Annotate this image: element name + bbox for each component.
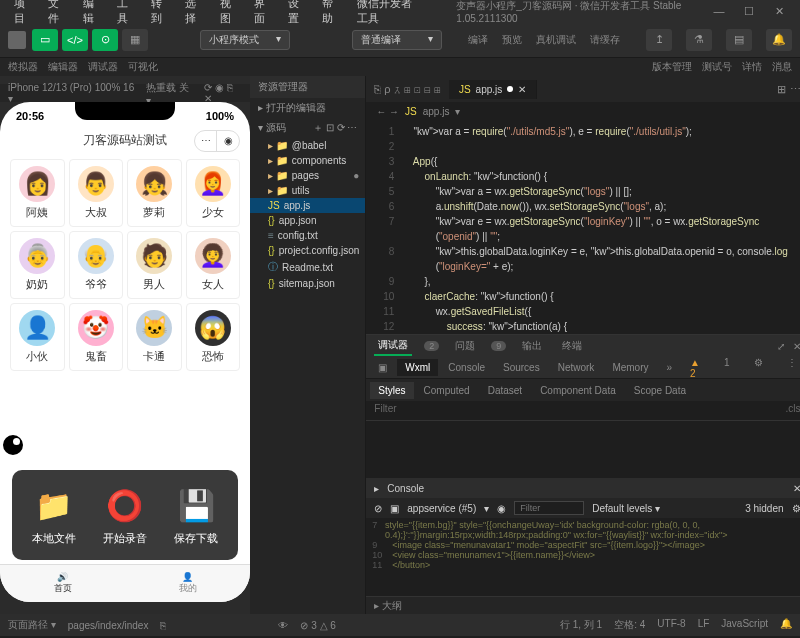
sim-icons[interactable]: ⟳ ◉ ⎘ ✕	[204, 82, 242, 104]
menu-item[interactable]: 转到	[143, 0, 177, 29]
menu-item[interactable]: 项目	[6, 0, 40, 29]
console-levels[interactable]: Default levels ▾	[592, 503, 660, 514]
visual-button[interactable]: ▦	[122, 29, 148, 51]
menu-item[interactable]: 设置	[280, 0, 314, 29]
voice-cell[interactable]: 👵奶奶	[10, 231, 65, 299]
console-filter[interactable]	[514, 501, 584, 515]
tab-scopedata[interactable]: Scope Data	[626, 382, 694, 399]
tab-sources[interactable]: Sources	[495, 359, 548, 376]
menu-item[interactable]: 视图	[212, 0, 246, 29]
close-button[interactable]: ✕	[764, 2, 794, 21]
file-item[interactable]: ≡ config.txt	[250, 228, 365, 243]
tab-computed[interactable]: Computed	[416, 382, 478, 399]
outline[interactable]: ▸ 大纲	[366, 596, 800, 614]
eye-icon[interactable]: 👁	[278, 620, 288, 631]
clear-icon[interactable]: ⊘	[374, 503, 382, 514]
open-editors[interactable]: ▸ 打开的编辑器	[250, 98, 365, 118]
tab-debugger[interactable]: 调试器	[374, 336, 412, 356]
voice-cell[interactable]: 🤡鬼畜	[69, 303, 124, 371]
close-panel-icon[interactable]: ✕	[793, 341, 800, 352]
minimize-button[interactable]: —	[704, 2, 734, 21]
menu-item[interactable]: 文件	[40, 0, 74, 29]
voice-cell[interactable]: 👧萝莉	[127, 159, 182, 227]
console-title[interactable]: Console	[387, 483, 424, 494]
remote-btn[interactable]: 真机调试	[536, 33, 576, 47]
source-root[interactable]: ▾ 源码＋ ⊡ ⟳ ⋯	[250, 118, 365, 138]
devtools-icon[interactable]: ▣	[370, 359, 395, 376]
console-close-icon[interactable]: ✕	[793, 483, 800, 494]
style-filter[interactable]: Filter	[374, 403, 396, 418]
compile-select[interactable]: 普通编译▾	[352, 30, 442, 50]
beaker-icon[interactable]: ⚗	[686, 29, 712, 51]
tab-styles[interactable]: Styles	[370, 382, 413, 399]
tab-network[interactable]: Network	[550, 359, 603, 376]
voice-cell[interactable]: 👩‍🦱女人	[186, 231, 241, 299]
voice-cell[interactable]: 🐱卡通	[127, 303, 182, 371]
menu-item[interactable]: 编辑	[75, 0, 109, 29]
file-item[interactable]: {} sitemap.json	[250, 276, 365, 291]
action-btn[interactable]: 📁本地文件	[32, 484, 76, 546]
gear-icon[interactable]: ⚙	[746, 354, 771, 382]
debugger-button[interactable]: ⊙	[92, 29, 118, 51]
capsule[interactable]: ⋯◉	[194, 130, 240, 152]
bell-icon[interactable]: 🔔	[766, 29, 792, 51]
cache-btn[interactable]: 请缓存	[590, 33, 620, 47]
cls-toggle[interactable]: .cls	[786, 403, 800, 418]
tab-home[interactable]: 🔊首页	[0, 565, 125, 602]
file-item[interactable]: ▸ 📁 pages ●	[250, 168, 365, 183]
problems[interactable]: ⊘ 3 △ 6	[300, 620, 335, 631]
file-item[interactable]: ▸ 📁 utils	[250, 183, 365, 198]
menu-item[interactable]: 选择	[177, 0, 211, 29]
voice-cell[interactable]: 👨大叔	[69, 159, 124, 227]
tab-dataset[interactable]: Dataset	[480, 382, 530, 399]
file-item[interactable]: {} project.config.json	[250, 243, 365, 258]
tab-mine[interactable]: 👤我的	[125, 565, 250, 602]
file-item[interactable]: {} app.json	[250, 213, 365, 228]
breadcrumb[interactable]: ← → JSapp.js▾	[366, 102, 800, 120]
close-tab-icon[interactable]: ✕	[518, 84, 526, 95]
preview-btn[interactable]: 预览	[502, 33, 522, 47]
editor-tab[interactable]: JSapp.js✕	[449, 80, 537, 99]
voice-cell[interactable]: 👩阿姨	[10, 159, 65, 227]
menu-item[interactable]: 界面	[246, 0, 280, 29]
playing-disc[interactable]	[0, 432, 26, 458]
device-select[interactable]: iPhone 12/13 (Pro) 100% 16 ▾	[8, 82, 136, 104]
simulator-button[interactable]: ▭	[32, 29, 58, 51]
editor-button[interactable]: </>	[62, 29, 88, 51]
editor-right-icons[interactable]: ⊞ ⋯	[769, 83, 800, 96]
tab-output[interactable]: 输出	[518, 337, 546, 355]
menu-item[interactable]: 帮助	[314, 0, 348, 29]
voice-cell[interactable]: 👴爷爷	[69, 231, 124, 299]
file-item[interactable]: JS app.js	[250, 198, 365, 213]
voice-cell[interactable]: 🧑男人	[127, 231, 182, 299]
voice-cell[interactable]: 😱恐怖	[186, 303, 241, 371]
voice-cell[interactable]: 👤小伙	[10, 303, 65, 371]
copy-icon[interactable]: ⎘	[160, 620, 166, 631]
menu-item[interactable]: 工具	[109, 0, 143, 29]
dock-icon[interactable]: ⤢	[777, 341, 785, 352]
console-body[interactable]: 7style="{{item.bg}}" style="{{onchangeUw…	[366, 518, 800, 596]
file-item[interactable]: ▸ 📁 @babel	[250, 138, 365, 153]
detail-icon[interactable]: ▤	[726, 29, 752, 51]
tab-memory[interactable]: Memory	[604, 359, 656, 376]
tab-terminal[interactable]: 终端	[558, 337, 586, 355]
menu-item[interactable]: 微信开发者工具	[349, 0, 429, 29]
console-context[interactable]: appservice (#5)	[407, 503, 476, 514]
tab-wxml[interactable]: Wxml	[397, 359, 438, 376]
maximize-button[interactable]: ☐	[734, 2, 764, 21]
action-btn[interactable]: ⭕开始录音	[103, 484, 147, 546]
editor-icons[interactable]: ⎘ ρ ⅄ ⊞ ⊡ ⊟ ⊞	[366, 83, 449, 95]
file-item[interactable]: ⓘ Readme.txt	[250, 258, 365, 276]
tab-compdata[interactable]: Component Data	[532, 382, 624, 399]
tab-console[interactable]: Console	[440, 359, 493, 376]
tab-problems[interactable]: 问题	[451, 337, 479, 355]
file-item[interactable]: ▸ 📁 components	[250, 153, 365, 168]
page-path[interactable]: 页面路径 ▾	[8, 618, 56, 632]
voice-cell[interactable]: 👩‍🦰少女	[186, 159, 241, 227]
avatar[interactable]	[8, 31, 26, 49]
compile-btn[interactable]: 编译	[468, 33, 488, 47]
action-btn[interactable]: 💾保存下载	[174, 484, 218, 546]
bell-icon[interactable]: 🔔	[780, 618, 792, 632]
gear-icon[interactable]: ⚙	[792, 503, 800, 514]
upload-icon[interactable]: ↥	[646, 29, 672, 51]
